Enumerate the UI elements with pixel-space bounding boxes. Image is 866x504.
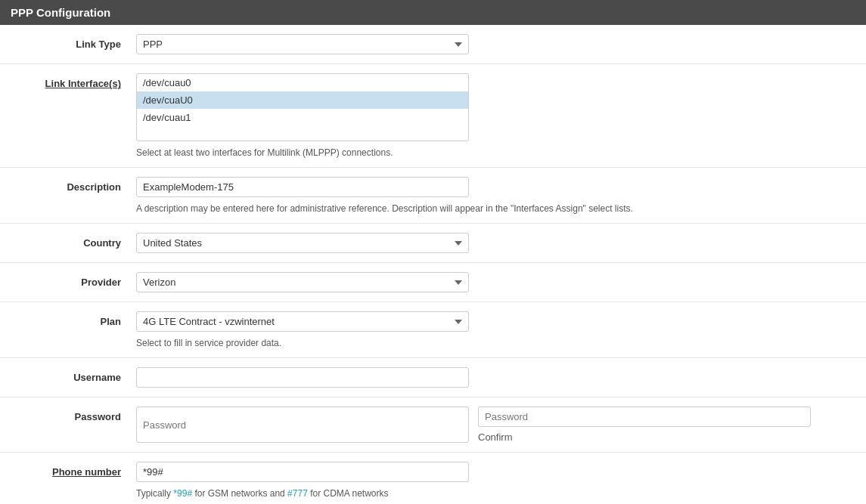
plan-row: Plan 4G LTE Contract - vzwinternet 4G LT… — [0, 302, 866, 358]
link-type-content: PPP PPTP L2TP — [136, 34, 851, 54]
provider-content: Verizon AT&T T-Mobile Sprint — [136, 272, 851, 292]
password-confirm-label: Confirm — [478, 430, 811, 443]
description-input[interactable] — [136, 177, 469, 197]
panel-title: PPP Configuration — [11, 6, 110, 19]
username-row: Username — [0, 358, 866, 397]
panel-header: PPP Configuration — [0, 0, 866, 25]
link-type-select[interactable]: PPP PPTP L2TP — [136, 34, 469, 54]
list-item[interactable]: /dev/cuaU0 — [137, 91, 468, 109]
phone-number-row: Phone number Typically *99# for GSM netw… — [0, 453, 866, 504]
username-input[interactable] — [136, 367, 469, 388]
provider-row: Provider Verizon AT&T T-Mobile Sprint — [0, 263, 866, 302]
username-label: Username — [15, 367, 136, 383]
password-content: Confirm — [136, 407, 851, 443]
link-interfaces-row: Link Interface(s) /dev/cuau0 /dev/cuaU0 … — [0, 64, 866, 168]
password-row: Password Confirm — [0, 397, 866, 453]
phone-number-hint: Typically *99# for GSM networks and #777… — [136, 488, 851, 499]
description-row: Description A description may be entered… — [0, 168, 866, 224]
password-confirm-input[interactable] — [478, 407, 811, 427]
description-content: A description may be entered here for ad… — [136, 177, 851, 214]
form-body: Link Type PPP PPTP L2TP Link Interface(s… — [0, 25, 866, 504]
username-content — [136, 367, 851, 388]
phone-number-input[interactable] — [136, 462, 469, 482]
phone-number-content: Typically *99# for GSM networks and #777… — [136, 462, 851, 499]
plan-content: 4G LTE Contract - vzwinternet 4G LTE - v… — [136, 311, 851, 348]
description-hint: A description may be entered here for ad… — [136, 203, 851, 214]
password-input[interactable] — [136, 407, 469, 443]
link-type-label: Link Type — [15, 34, 136, 50]
country-row: Country United States Canada United King… — [0, 224, 866, 263]
link-type-row: Link Type PPP PPTP L2TP — [0, 25, 866, 64]
plan-hint: Select to fill in service provider data. — [136, 338, 851, 348]
list-item[interactable]: /dev/cuau1 — [137, 109, 468, 126]
provider-label: Provider — [15, 272, 136, 288]
country-label: Country — [15, 233, 136, 249]
plan-label: Plan — [15, 311, 136, 327]
password-label: Password — [15, 407, 136, 422]
link-interfaces-listbox[interactable]: /dev/cuau0 /dev/cuaU0 /dev/cuau1 — [136, 73, 469, 141]
link-interfaces-content: /dev/cuau0 /dev/cuaU0 /dev/cuau1 Select … — [136, 73, 851, 158]
link-interfaces-hint: Select at least two interfaces for Multi… — [136, 147, 851, 158]
country-select[interactable]: United States Canada United Kingdom Aust… — [136, 233, 469, 253]
country-content: United States Canada United Kingdom Aust… — [136, 233, 851, 253]
list-item[interactable]: /dev/cuau0 — [137, 74, 468, 91]
provider-select[interactable]: Verizon AT&T T-Mobile Sprint — [136, 272, 469, 292]
plan-select[interactable]: 4G LTE Contract - vzwinternet 4G LTE - v… — [136, 311, 469, 332]
password-inputs: Confirm — [136, 407, 851, 443]
page-wrapper: PPP Configuration Link Type PPP PPTP L2T… — [0, 0, 866, 504]
link-interfaces-label: Link Interface(s) — [15, 73, 136, 89]
description-label: Description — [15, 177, 136, 193]
password-confirm-wrapper: Confirm — [478, 407, 811, 443]
phone-number-label: Phone number — [15, 462, 136, 478]
